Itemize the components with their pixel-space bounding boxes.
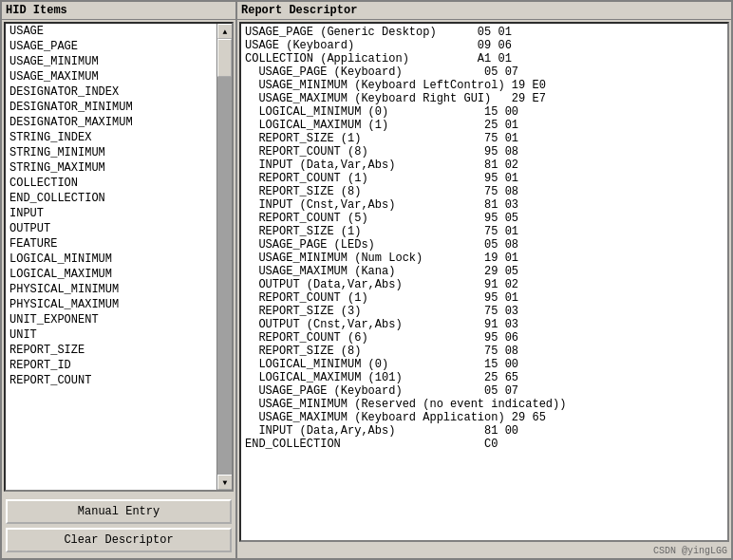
- list-item[interactable]: PHYSICAL_MINIMUM: [6, 282, 216, 297]
- list-item[interactable]: USAGE: [6, 24, 216, 39]
- left-panel: HID Items USAGEUSAGE_PAGEUSAGE_MINIMUMUS…: [2, 2, 237, 558]
- right-panel-header: Report Descriptor: [237, 2, 731, 20]
- list-item[interactable]: STRING_INDEX: [6, 130, 216, 145]
- list-item[interactable]: REPORT_COUNT: [6, 373, 216, 388]
- manual-entry-button[interactable]: Manual Entry: [6, 499, 232, 524]
- button-area: Manual Entry Clear Descriptor: [2, 494, 235, 558]
- list-item[interactable]: DESIGNATOR_MINIMUM: [6, 100, 216, 115]
- hid-items-list-container: USAGEUSAGE_PAGEUSAGE_MINIMUMUSAGE_MAXIMU…: [4, 22, 234, 492]
- main-window: HID Items USAGEUSAGE_PAGEUSAGE_MINIMUMUS…: [0, 0, 733, 560]
- list-item[interactable]: STRING_MINIMUM: [6, 145, 216, 160]
- list-item[interactable]: OUTPUT: [6, 221, 216, 236]
- scroll-down-button[interactable]: ▼: [217, 475, 233, 490]
- list-item[interactable]: DESIGNATOR_INDEX: [6, 84, 216, 100]
- list-item[interactable]: END_COLLECTION: [6, 191, 216, 206]
- list-item[interactable]: LOGICAL_MINIMUM: [6, 252, 216, 267]
- list-item[interactable]: USAGE_MINIMUM: [6, 54, 216, 69]
- list-item[interactable]: FEATURE: [6, 236, 216, 252]
- list-item[interactable]: LOGICAL_MAXIMUM: [6, 267, 216, 282]
- list-item[interactable]: STRING_MAXIMUM: [6, 160, 216, 176]
- list-item[interactable]: REPORT_SIZE: [6, 343, 216, 358]
- list-item[interactable]: DESIGNATOR_MAXIMUM: [6, 115, 216, 130]
- list-item[interactable]: USAGE_PAGE: [6, 39, 216, 54]
- scroll-thumb[interactable]: [217, 39, 232, 77]
- list-item[interactable]: PHYSICAL_MAXIMUM: [6, 297, 216, 312]
- clear-descriptor-button[interactable]: Clear Descriptor: [6, 528, 232, 552]
- list-item[interactable]: UNIT: [6, 327, 216, 343]
- list-item[interactable]: USAGE_MAXIMUM: [6, 69, 216, 84]
- list-item[interactable]: UNIT_EXPONENT: [6, 312, 216, 327]
- list-item[interactable]: REPORT_ID: [6, 358, 216, 373]
- right-panel: Report Descriptor USAGE_PAGE (Generic De…: [237, 2, 731, 558]
- list-scrollbar[interactable]: ▲ ▼: [216, 24, 232, 490]
- watermark: CSDN @yingLGG: [237, 544, 731, 558]
- scroll-track[interactable]: [217, 39, 232, 475]
- scroll-up-button[interactable]: ▲: [217, 24, 233, 39]
- left-panel-header: HID Items: [2, 2, 235, 20]
- list-item[interactable]: COLLECTION: [6, 176, 216, 191]
- list-item[interactable]: INPUT: [6, 206, 216, 221]
- content-area: HID Items USAGEUSAGE_PAGEUSAGE_MINIMUMUS…: [2, 2, 731, 558]
- hid-items-list[interactable]: USAGEUSAGE_PAGEUSAGE_MINIMUMUSAGE_MAXIMU…: [6, 24, 216, 490]
- report-descriptor-content: USAGE_PAGE (Generic Desktop) 05 01 USAGE…: [239, 22, 729, 542]
